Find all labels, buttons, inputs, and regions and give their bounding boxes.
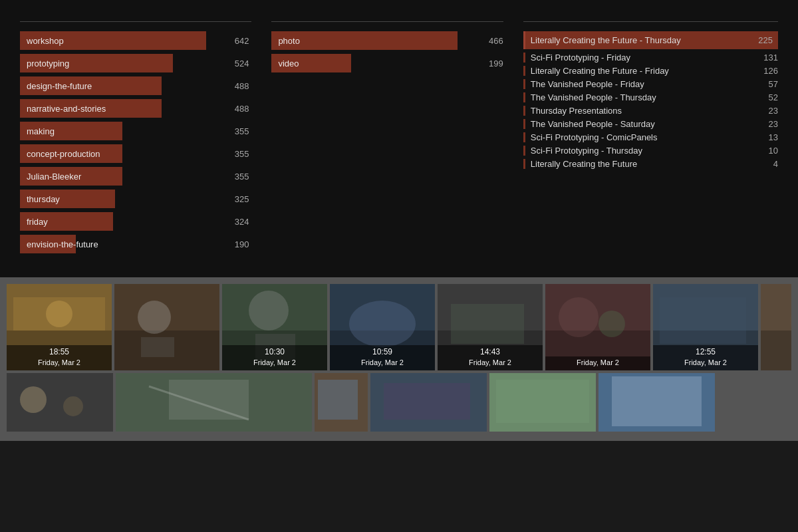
collection-row[interactable]: Literally Creating the Future 4 — [523, 159, 778, 169]
collection-row[interactable]: Literally Creating the Future - Thursday… — [523, 31, 778, 49]
thumbnail[interactable] — [370, 373, 487, 432]
tag-row[interactable]: Julian-Bleeker 355 — [20, 167, 251, 186]
thumb-date: Friday, Mar 2 — [547, 358, 649, 368]
collection-row[interactable]: Sci-Fi Prototyping - Thursday 10 — [523, 146, 778, 156]
thumb-overlay: Friday, Mar 2 — [545, 356, 650, 370]
svg-point-14 — [349, 301, 416, 347]
tag-count: 488 — [218, 104, 251, 114]
thumb-date: Friday, Mar 2 — [439, 358, 541, 368]
svg-rect-17 — [451, 304, 524, 344]
tag-bar: prototyping — [20, 54, 173, 72]
tag-bar-container: envision-the-future — [20, 235, 218, 253]
collection-name: The Vanished People - Friday — [531, 79, 751, 89]
tag-row[interactable]: prototyping 524 — [20, 54, 251, 72]
media-label: photo — [278, 36, 300, 46]
media-bar: video — [271, 54, 351, 72]
tag-row[interactable]: thursday 325 — [20, 190, 251, 208]
thumbnail[interactable]: 18:55 Friday, Mar 2 — [7, 284, 112, 370]
thumbnail[interactable]: 12:55 Friday, Mar 2 — [653, 284, 758, 370]
media-bar-container: photo — [271, 31, 469, 50]
thumbnail[interactable]: 10:59 Friday, Mar 2 — [330, 284, 435, 370]
media-count: 466 — [470, 36, 503, 46]
thumbnail[interactable] — [114, 284, 219, 370]
thumb-overlay: 10:59 Friday, Mar 2 — [330, 345, 435, 370]
tag-row[interactable]: friday 324 — [20, 212, 251, 231]
tag-count: 642 — [218, 36, 251, 46]
thumb-overlay: 12:55 Friday, Mar 2 — [653, 345, 758, 370]
tag-row[interactable]: making 355 — [20, 122, 251, 140]
collection-row[interactable]: The Vanished People - Friday 57 — [523, 79, 778, 89]
svg-rect-24 — [660, 297, 746, 344]
tag-label: design-the-future — [27, 81, 92, 91]
tag-label: workshop — [27, 36, 64, 46]
thumb-overlay: 14:43 Friday, Mar 2 — [438, 345, 543, 370]
svg-rect-35 — [318, 380, 358, 420]
tag-bar-container: design-the-future — [20, 76, 218, 95]
tag-count: 190 — [218, 239, 251, 249]
collection-row[interactable]: Literally Creating the Future - Friday 1… — [523, 66, 778, 76]
tag-count: 324 — [218, 217, 251, 227]
bottom-panel: 18:55 Friday, Mar 2 — [0, 277, 798, 441]
thumb-time: 10:30 — [223, 346, 326, 358]
thumbnail[interactable] — [7, 373, 113, 432]
tag-bar: design-the-future — [20, 76, 162, 95]
tag-label: making — [27, 126, 55, 136]
thumb-overlay: 10:30 Friday, Mar 2 — [222, 345, 327, 370]
thumbnail[interactable]: 10:30 Friday, Mar 2 — [222, 284, 327, 370]
tag-bar-container: prototyping — [20, 54, 218, 72]
collection-count: 13 — [751, 132, 778, 142]
thumbnail-row-2 — [7, 373, 791, 432]
tag-bar: narrative-and-stories — [20, 99, 162, 118]
collection-row[interactable]: Sci-Fi Prototyping - ComicPanels 13 — [523, 132, 778, 142]
thumbnail-row-1: 18:55 Friday, Mar 2 — [7, 284, 791, 370]
collection-row[interactable]: Sci-Fi Prototyping - Friday 131 — [523, 53, 778, 63]
media-row[interactable]: photo 466 — [271, 31, 503, 50]
tag-bar: making — [20, 122, 122, 140]
tag-label: narrative-and-stories — [27, 104, 106, 114]
tag-count: 355 — [218, 126, 251, 136]
collection-count: 10 — [751, 146, 778, 156]
media-source-section: photo 466 video 199 — [271, 13, 503, 257]
tag-label: concept-production — [27, 149, 100, 159]
thumbnail[interactable]: 14:43 Friday, Mar 2 — [438, 284, 543, 370]
thumbnail[interactable] — [761, 284, 791, 370]
collection-count: 225 — [746, 35, 773, 45]
media-row[interactable]: video 199 — [271, 54, 503, 72]
tag-label: friday — [27, 217, 48, 227]
collection-name: Literally Creating the Future - Friday — [531, 66, 751, 76]
tag-row[interactable]: envision-the-future 190 — [20, 235, 251, 253]
tag-label: prototyping — [27, 59, 69, 68]
thumb-time: 12:55 — [654, 346, 757, 358]
svg-rect-7 — [141, 337, 174, 357]
thumb-time: 14:43 — [439, 346, 541, 358]
thumbnail[interactable]: Friday, Mar 2 — [545, 284, 650, 370]
collection-count: 52 — [751, 92, 778, 102]
tag-row[interactable]: design-the-future 488 — [20, 76, 251, 95]
media-label: video — [278, 59, 299, 68]
collection-count: 23 — [751, 106, 778, 116]
thumbnail[interactable] — [598, 373, 715, 432]
tag-row[interactable]: narrative-and-stories 488 — [20, 99, 251, 118]
tag-label: thursday — [27, 194, 60, 204]
thumb-overlay: 18:55 Friday, Mar 2 — [7, 345, 112, 370]
thumbnail[interactable] — [116, 373, 312, 432]
collection-name: The Vanished People - Thursday — [531, 92, 751, 102]
tag-row[interactable]: workshop 642 — [20, 31, 251, 50]
popular-tags-section: workshop 642 prototyping 524 design-the-… — [20, 13, 251, 257]
collection-row[interactable]: The Vanished People - Thursday 52 — [523, 92, 778, 102]
svg-rect-37 — [384, 383, 470, 420]
collections-section: Literally Creating the Future - Thursday… — [523, 13, 778, 257]
thumbnail[interactable] — [489, 373, 596, 432]
svg-rect-33 — [169, 380, 249, 420]
thumb-time: 18:55 — [8, 346, 110, 358]
collection-row[interactable]: The Vanished People - Saturday 23 — [523, 119, 778, 129]
tag-row[interactable]: concept-production 355 — [20, 144, 251, 163]
thumbnail[interactable] — [315, 373, 368, 432]
tag-bar-container: Julian-Bleeker — [20, 167, 218, 186]
thumb-date: Friday, Mar 2 — [8, 358, 110, 368]
tag-bar-container: thursday — [20, 190, 218, 208]
media-bar: photo — [271, 31, 458, 50]
svg-rect-26 — [761, 331, 791, 370]
collection-row[interactable]: Thursday Presentations 23 — [523, 106, 778, 116]
collection-name: Sci-Fi Prototyping - ComicPanels — [531, 132, 751, 142]
